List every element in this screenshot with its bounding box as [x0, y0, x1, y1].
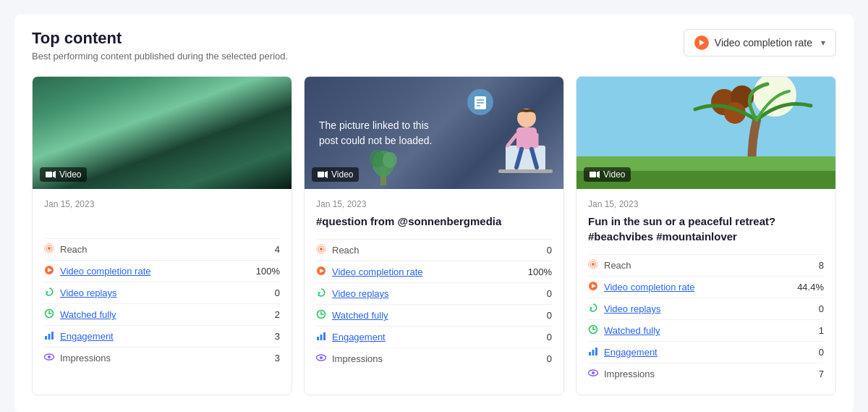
- video-badge-1: Video: [40, 167, 87, 182]
- metric-dropdown[interactable]: Video completion rate ▾: [684, 29, 836, 56]
- svg-rect-9: [45, 336, 47, 340]
- card-body-3: Jan 15, 2023 Fun in the sun or a peacefu…: [576, 189, 835, 395]
- svg-marker-5: [46, 291, 48, 294]
- watched-icon-2: [316, 309, 326, 321]
- vcr-link-1[interactable]: Video completion rate: [60, 266, 151, 277]
- vcr-value-1: 100%: [256, 266, 280, 277]
- impressions-value-1: 3: [275, 353, 280, 363]
- card-date-3: Jan 15, 2023: [588, 199, 824, 209]
- card-date-1: Jan 15, 2023: [44, 199, 280, 209]
- reach-label-1: Reach: [60, 244, 88, 255]
- svg-rect-16: [516, 127, 537, 149]
- video-completion-icon-3: [588, 281, 598, 293]
- dropdown-label: Video completion rate: [715, 37, 812, 49]
- engagement-icon-3: [588, 346, 598, 358]
- reach-value-3: 8: [819, 260, 824, 271]
- svg-marker-53: [597, 171, 600, 178]
- watched-link-3[interactable]: Watched fully: [604, 325, 660, 336]
- metric-engagement-1: Engagement 3: [44, 325, 280, 347]
- reach-icon-3: [588, 259, 598, 272]
- svg-rect-61: [589, 352, 591, 356]
- reach-value-1: 4: [275, 244, 280, 255]
- svg-rect-10: [48, 334, 51, 340]
- impressions-icon-1: [44, 352, 54, 364]
- engagement-icon-1: [44, 330, 54, 342]
- video-camera-icon: [46, 171, 56, 178]
- metric-watched-3: Watched fully 1: [588, 319, 824, 341]
- metric-impressions-3: Impressions 7: [588, 363, 824, 384]
- svg-marker-36: [318, 292, 320, 295]
- vcr-link-2[interactable]: Video completion rate: [332, 266, 423, 277]
- metric-replays-3: Video replays 0: [588, 298, 824, 319]
- replays-value-3: 0: [819, 303, 824, 314]
- metric-engagement-3: Engagement 0: [588, 341, 824, 363]
- svg-rect-15: [498, 169, 553, 173]
- person-illustration: [495, 95, 560, 189]
- content-card-2: The picture linked to this post could no…: [304, 76, 564, 395]
- svg-rect-63: [595, 348, 597, 356]
- metric-reach-3: Reach 8: [588, 254, 824, 276]
- svg-point-2: [48, 247, 51, 250]
- svg-rect-42: [323, 332, 326, 340]
- video-camera-icon-3: [590, 171, 600, 178]
- chevron-down-icon: ▾: [821, 38, 825, 48]
- svg-line-18: [508, 135, 516, 146]
- svg-marker-1: [53, 171, 56, 178]
- video-badge-3: Video: [584, 167, 631, 182]
- content-card-3: Video Jan 15, 2023 Fun in the sun or a p…: [576, 76, 836, 395]
- metric-replays-1: Video replays 0: [44, 282, 280, 303]
- broken-image-text: The picture linked to this post could no…: [319, 118, 435, 148]
- engagement-value-2: 0: [547, 332, 552, 342]
- replays-value-1: 0: [275, 287, 280, 298]
- vcr-link-3[interactable]: Video completion rate: [604, 282, 695, 293]
- cards-grid: Video Jan 15, 2023 R: [32, 76, 836, 395]
- card-body-2: Jan 15, 2023 #question from @sonnenbergm…: [305, 189, 563, 379]
- vcr-value-2: 100%: [528, 266, 552, 277]
- reach-label-2: Reach: [332, 245, 359, 256]
- svg-marker-57: [590, 307, 592, 310]
- svg-rect-14: [506, 146, 545, 171]
- svg-point-30: [383, 152, 397, 168]
- reach-value-2: 0: [547, 245, 552, 256]
- card-title-1: [44, 214, 280, 228]
- svg-rect-62: [592, 350, 595, 356]
- metric-impressions-1: Impressions 3: [44, 347, 280, 369]
- card-body-1: Jan 15, 2023 Reach 4: [33, 189, 292, 379]
- engagement-link-3[interactable]: Engagement: [604, 347, 658, 358]
- engagement-value-1: 3: [275, 331, 280, 342]
- impressions-value-3: 7: [819, 369, 824, 379]
- replays-link-2[interactable]: Video replays: [332, 288, 389, 299]
- engagement-value-3: 0: [819, 347, 824, 358]
- content-card-1: Video Jan 15, 2023 R: [32, 76, 292, 395]
- document-icon: [466, 88, 495, 117]
- watched-link-2[interactable]: Watched fully: [332, 310, 388, 321]
- impressions-label-2: Impressions: [332, 353, 383, 364]
- svg-point-54: [592, 263, 595, 266]
- svg-rect-41: [320, 335, 323, 340]
- svg-rect-52: [590, 172, 596, 177]
- watched-icon-1: [44, 308, 54, 321]
- watched-value-3: 1: [819, 325, 824, 336]
- card-date-2: Jan 15, 2023: [316, 199, 552, 209]
- panel-subtitle: Best performing content published during…: [32, 51, 288, 62]
- card-image-3: Video: [576, 77, 835, 189]
- svg-rect-40: [317, 337, 319, 340]
- replays-value-2: 0: [547, 288, 552, 299]
- panel-header: Top content Best performing content publ…: [32, 29, 836, 62]
- svg-point-65: [592, 371, 595, 374]
- engagement-link-1[interactable]: Engagement: [60, 331, 114, 342]
- video-label-3: Video: [603, 169, 625, 180]
- metric-reach-2: Reach 0: [316, 239, 552, 261]
- svg-marker-32: [325, 171, 328, 178]
- watched-link-1[interactable]: Watched fully: [60, 309, 116, 320]
- svg-point-33: [320, 248, 323, 251]
- video-camera-icon-2: [318, 171, 328, 178]
- replays-link-1[interactable]: Video replays: [60, 287, 117, 298]
- top-content-panel: Top content Best performing content publ…: [14, 14, 854, 412]
- metric-replays-2: Video replays 0: [316, 282, 552, 304]
- video-badge-2: Video: [312, 167, 359, 182]
- impressions-label-3: Impressions: [604, 369, 655, 379]
- replays-link-3[interactable]: Video replays: [604, 303, 661, 314]
- engagement-link-2[interactable]: Engagement: [332, 332, 386, 342]
- reach-icon: [44, 243, 54, 256]
